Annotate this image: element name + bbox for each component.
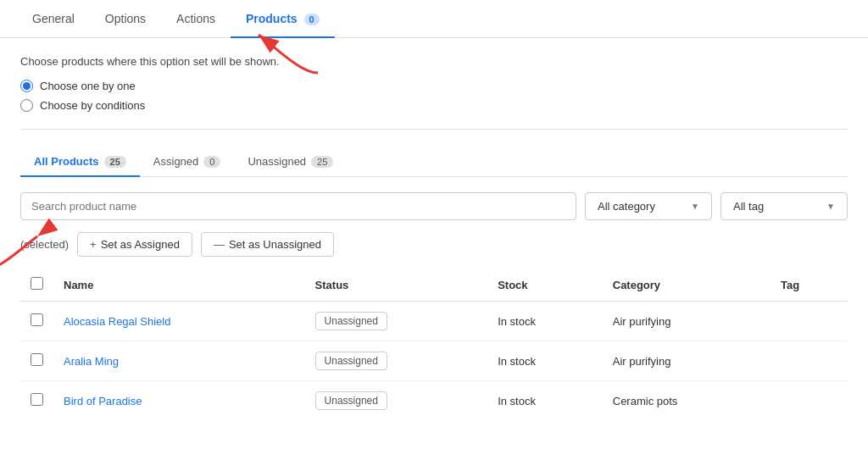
- assigned-badge: 0: [203, 156, 220, 168]
- top-tabs: General Options Actions Products 0: [0, 0, 868, 38]
- row-status: Unassigned: [305, 341, 488, 381]
- row-stock: In stock: [487, 341, 603, 381]
- row-status: Unassigned: [305, 381, 488, 421]
- status-badge-0: Unassigned: [315, 312, 387, 330]
- table-row: Aralia Ming Unassigned In stock Air puri…: [20, 341, 848, 381]
- row-checkbox-cell: [20, 341, 53, 381]
- content-area: Choose products where this option set wi…: [0, 38, 868, 437]
- row-stock: In stock: [487, 302, 603, 341]
- set-unassigned-button[interactable]: — Set as Unassigned: [201, 232, 334, 257]
- radio-by-conditions-input[interactable]: [20, 99, 33, 112]
- row-category: Ceramic pots: [603, 381, 771, 421]
- tab-general[interactable]: General: [17, 0, 90, 37]
- radio-group: Choose one by one Choose by conditions: [20, 80, 848, 112]
- tab-options[interactable]: Options: [90, 0, 161, 37]
- row-category: Air purifying: [603, 341, 771, 381]
- header-category: Category: [603, 269, 771, 302]
- action-row: (selected) + Set as Assigned — Set as Un…: [20, 232, 848, 257]
- description-text: Choose products where this option set wi…: [20, 55, 848, 68]
- search-row: All category ▼ All tag ▼: [20, 192, 848, 220]
- status-badge-2: Unassigned: [315, 391, 387, 410]
- product-tab-unassigned[interactable]: Unassigned 25: [234, 147, 347, 176]
- product-tab-all[interactable]: All Products 25: [20, 147, 140, 176]
- product-link-2[interactable]: Bird of Paradise: [64, 395, 142, 407]
- minus-icon: —: [214, 238, 225, 251]
- products-tab-badge: 0: [304, 14, 320, 25]
- tag-filter[interactable]: All tag ▼: [721, 192, 848, 220]
- header-status: Status: [305, 269, 488, 302]
- search-input[interactable]: [20, 192, 576, 220]
- header-stock: Stock: [487, 269, 603, 302]
- section-divider: [20, 129, 848, 130]
- category-chevron-icon: ▼: [691, 202, 699, 211]
- row-checkbox-cell: [20, 381, 53, 421]
- row-tag: [771, 302, 848, 341]
- product-table: Name Status Stock Category Tag Alocasia …: [20, 269, 848, 420]
- radio-one-by-one-input[interactable]: [20, 80, 33, 92]
- row-tag: [771, 381, 848, 421]
- unassigned-badge: 25: [311, 156, 333, 168]
- radio-one-by-one[interactable]: Choose one by one: [20, 80, 848, 92]
- status-badge-1: Unassigned: [315, 352, 387, 370]
- set-assigned-button[interactable]: + Set as Assigned: [77, 232, 192, 257]
- select-all-checkbox[interactable]: [31, 277, 43, 290]
- radio-by-conditions[interactable]: Choose by conditions: [20, 99, 848, 112]
- row-stock: In stock: [487, 381, 603, 421]
- header-checkbox-cell: [20, 269, 53, 302]
- row-checkbox-1[interactable]: [31, 353, 43, 366]
- row-status: Unassigned: [305, 302, 488, 341]
- product-link-0[interactable]: Alocasia Regal Shield: [64, 315, 170, 328]
- table-row: Alocasia Regal Shield Unassigned In stoc…: [20, 302, 848, 341]
- tab-products[interactable]: Products 0: [231, 0, 335, 37]
- product-link-1[interactable]: Aralia Ming: [64, 355, 119, 368]
- row-tag: [771, 341, 848, 381]
- row-checkbox-2[interactable]: [31, 393, 43, 406]
- header-tag: Tag: [771, 269, 848, 302]
- table-row: Bird of Paradise Unassigned In stock Cer…: [20, 381, 848, 421]
- row-category: Air purifying: [603, 302, 771, 341]
- category-filter[interactable]: All category ▼: [585, 192, 712, 220]
- row-name: Bird of Paradise: [53, 381, 305, 421]
- product-tab-assigned[interactable]: Assigned 0: [140, 147, 235, 176]
- row-checkbox-0[interactable]: [31, 313, 43, 326]
- row-name: Alocasia Regal Shield: [53, 302, 305, 341]
- header-name: Name: [53, 269, 305, 302]
- product-tabs: All Products 25 Assigned 0 Unassigned 25: [20, 147, 848, 177]
- tag-chevron-icon: ▼: [826, 202, 835, 211]
- row-name: Aralia Ming: [53, 341, 305, 381]
- selected-label: (selected): [20, 238, 69, 251]
- plus-icon: +: [90, 238, 97, 251]
- all-products-badge: 25: [104, 156, 126, 168]
- tab-actions[interactable]: Actions: [161, 0, 231, 37]
- row-checkbox-cell: [20, 302, 53, 341]
